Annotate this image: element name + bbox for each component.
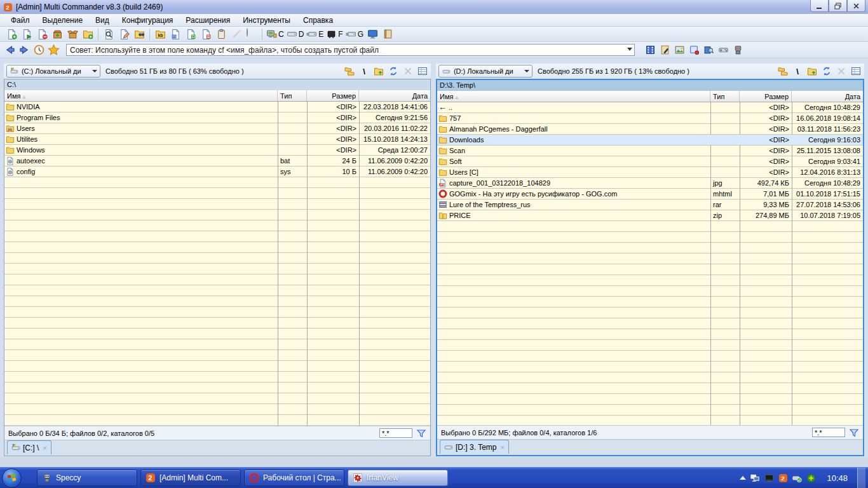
- doc-plus-button[interactable]: [183, 27, 198, 41]
- favorites-star-icon[interactable]: [48, 44, 60, 56]
- tab-close-icon[interactable]: ×: [43, 444, 46, 452]
- dim-button[interactable]: [836, 65, 847, 77]
- column-header-name[interactable]: Имя ▵: [4, 90, 278, 101]
- doc-info-button[interactable]: [168, 27, 183, 41]
- folder-search-button[interactable]: [132, 27, 147, 41]
- mc-tray-icon[interactable]: 2: [778, 473, 788, 483]
- file-row[interactable]: JPGcapture_001_03122018_104829jpg492,74 …: [437, 178, 863, 188]
- tray-clock[interactable]: 10:48: [827, 473, 848, 483]
- menu-item[interactable]: Справка: [297, 15, 339, 26]
- doc-search-button[interactable]: [101, 27, 116, 41]
- menu-item[interactable]: Инструменты: [237, 15, 296, 26]
- file-row[interactable]: GOGmix - На эту игру есть русификатор - …: [437, 189, 863, 199]
- monitor-black-tray-icon[interactable]: [764, 473, 774, 483]
- refresh-button[interactable]: [388, 65, 399, 77]
- pack-button[interactable]: [50, 27, 65, 41]
- filter-funnel-icon[interactable]: [849, 428, 859, 438]
- drive-button[interactable]: D: [285, 27, 306, 41]
- left-file-list[interactable]: NVIDIA<DIR>22.03.2018 14:41:06Program Fi…: [4, 102, 430, 426]
- file-row[interactable]: ←..<DIR>Сегодня 10:48:29: [437, 102, 863, 112]
- menu-item[interactable]: Вид: [90, 15, 115, 26]
- column-header-type[interactable]: Тип: [278, 90, 307, 101]
- usb-check-tray-icon[interactable]: [792, 473, 802, 483]
- file-row[interactable]: Scan<DIR>25.11.2015 13:08:08: [437, 146, 863, 156]
- network-tray-icon[interactable]: [750, 473, 760, 483]
- taskbar-button-opera[interactable]: Рабочий стол | Стра...: [244, 470, 344, 486]
- forward-icon[interactable]: [18, 44, 31, 56]
- root-button[interactable]: \: [792, 65, 803, 77]
- restore-button[interactable]: [829, 0, 847, 12]
- taskbar-button-irfan[interactable]: IrfanView: [348, 470, 448, 486]
- left-drive-selector[interactable]: (C:) Локальный ди: [6, 65, 100, 78]
- file-row[interactable]: Downloads<DIR>Сегодня 9:16:03: [437, 135, 863, 145]
- tree-button[interactable]: [344, 65, 355, 77]
- show-desktop-button[interactable]: [857, 468, 865, 488]
- green-disc-tray-icon[interactable]: [806, 473, 816, 483]
- grid-button[interactable]: [417, 65, 428, 77]
- refresh-button[interactable]: [821, 65, 832, 77]
- command-dropdown-icon[interactable]: [627, 48, 632, 51]
- left-panel-tab[interactable]: [C:] \ ×: [7, 440, 51, 454]
- column-header-size[interactable]: Размер: [307, 90, 359, 101]
- computer-button[interactable]: C: [265, 27, 285, 41]
- right-drive-selector[interactable]: (D:) Локальный ди: [438, 65, 532, 78]
- close-button[interactable]: [847, 0, 865, 12]
- doc-edit-button[interactable]: [116, 27, 132, 41]
- wand-button[interactable]: [229, 27, 244, 41]
- file-row[interactable]: Lure of the Temptress_rusrar9,33 МБ27.07…: [437, 200, 863, 210]
- dim-button[interactable]: [402, 65, 414, 77]
- grid-button[interactable]: [850, 65, 862, 77]
- menu-item[interactable]: Конфигурация: [116, 15, 179, 26]
- device-button[interactable]: F: [325, 27, 344, 41]
- history-icon[interactable]: [33, 44, 45, 56]
- command-input[interactable]: [66, 44, 635, 56]
- file-row[interactable]: Windows<DIR>Среда 12:00:27: [4, 145, 430, 155]
- file-delete-button[interactable]: [34, 27, 50, 41]
- column-header-type[interactable]: Тип: [710, 91, 740, 102]
- back-icon[interactable]: [4, 44, 16, 56]
- book-button[interactable]: [380, 27, 395, 41]
- column-header-name[interactable]: Имя ▵: [437, 91, 710, 102]
- file-row[interactable]: Users [C]<DIR>12.04.2016 8:31:13: [437, 167, 863, 177]
- tray-expand-icon[interactable]: [740, 476, 746, 480]
- file-row[interactable]: Program Files<DIR>Сегодня 9:21:56: [4, 112, 430, 123]
- unpack-button[interactable]: [65, 27, 80, 41]
- file-row[interactable]: Almanah PCgemes - Daggerfall<DIR>03.11.2…: [437, 124, 863, 134]
- file-row[interactable]: NVIDIA<DIR>22.03.2018 14:41:06: [4, 102, 430, 112]
- folder-up-button[interactable]: [806, 65, 818, 77]
- right-filter-input[interactable]: [812, 428, 845, 437]
- file-new-button[interactable]: [4, 27, 19, 41]
- file-row[interactable]: 757<DIR>16.06.2018 19:08:14: [437, 113, 863, 123]
- taskbar-button-speccy[interactable]: Speccy: [37, 470, 137, 486]
- folder-up-button[interactable]: [373, 65, 384, 77]
- folder-kb-button[interactable]: kb: [153, 27, 168, 41]
- root-button[interactable]: \: [358, 65, 370, 77]
- file-row[interactable]: Utilites<DIR>15.10.2018 14:24:13: [4, 134, 430, 144]
- column-header-size[interactable]: Размер: [740, 91, 792, 102]
- menu-item[interactable]: Файл: [5, 15, 36, 26]
- usb-button[interactable]: G: [344, 27, 365, 41]
- menu-item[interactable]: Выделение: [37, 15, 89, 26]
- colors-button[interactable]: [244, 27, 259, 41]
- file-row[interactable]: Soft<DIR>Сегодня 9:03:41: [437, 156, 863, 166]
- folder-new-button[interactable]: [80, 27, 95, 41]
- monitor-button[interactable]: [365, 27, 380, 41]
- usb-button[interactable]: E: [305, 27, 325, 41]
- column-header-date[interactable]: Дата: [359, 90, 430, 101]
- file-copy-button[interactable]: [19, 27, 34, 41]
- file-row[interactable]: Users<DIR>20.03.2016 11:02:22: [4, 123, 430, 133]
- file-row[interactable]: autoexecbat24 Б11.06.2009 0:42:20: [4, 156, 430, 166]
- left-filter-input[interactable]: [379, 428, 412, 438]
- clipboard-button[interactable]: [214, 27, 229, 41]
- right-file-list[interactable]: ←..<DIR>Сегодня 10:48:29757<DIR>16.06.20…: [437, 102, 863, 425]
- file-row[interactable]: configsys10 Б11.06.2009 0:42:20: [4, 166, 430, 177]
- doc-minus-button[interactable]: [198, 27, 214, 41]
- column-header-date[interactable]: Дата: [792, 91, 863, 102]
- tab-close-icon[interactable]: ×: [500, 444, 504, 451]
- filter-funnel-icon[interactable]: [416, 428, 426, 438]
- tree-button[interactable]: [777, 65, 789, 77]
- taskbar-button-mc[interactable]: 2[Admin] Multi Com...: [140, 470, 241, 486]
- menu-item[interactable]: Расширения: [180, 15, 236, 26]
- file-row[interactable]: PRICEzip274,89 МБ10.07.2018 7:19:05: [437, 210, 863, 220]
- right-panel-tab[interactable]: [D:] 3. Temp ×: [440, 440, 509, 454]
